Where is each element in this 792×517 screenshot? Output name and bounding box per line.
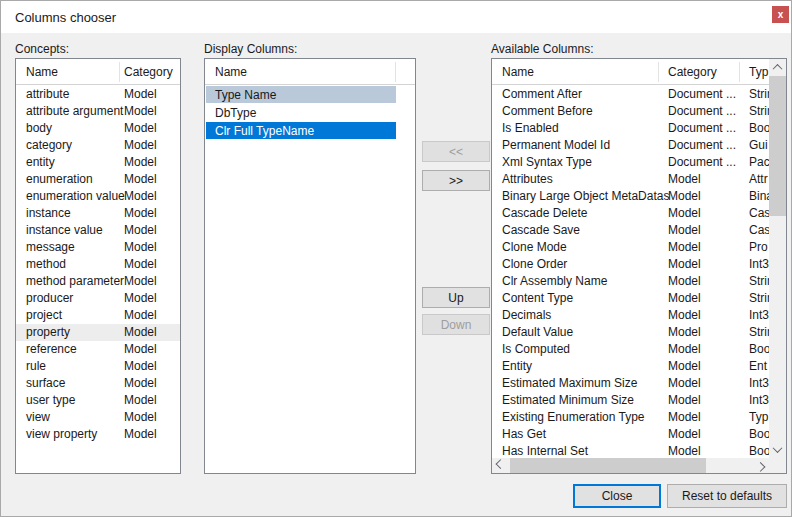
list-item[interactable]: Clone ModeModelPro — [492, 239, 769, 256]
list-item[interactable]: Clr Full TypeName — [205, 122, 415, 140]
concepts-header-category[interactable]: Category — [124, 65, 173, 79]
list-item[interactable]: ruleModel — [16, 358, 180, 375]
available-header-name[interactable]: Name — [502, 65, 534, 79]
list-item[interactable]: Is ComputedModelBoo — [492, 341, 769, 358]
list-item[interactable]: Permanent Model IdDocument ...Gui — [492, 137, 769, 154]
vertical-scrollbar[interactable] — [769, 59, 786, 458]
list-item[interactable]: instanceModel — [16, 205, 180, 222]
horizontal-scrollbar-thumb[interactable] — [510, 458, 706, 473]
move-up-button[interactable]: Up — [422, 287, 490, 308]
list-item[interactable]: projectModel — [16, 307, 180, 324]
close-window-button[interactable]: x — [772, 6, 789, 23]
concepts-rows: attributeModelattribute argumentModelbod… — [16, 86, 180, 473]
concept-name: attribute — [26, 86, 69, 103]
list-item[interactable]: instance valueModel — [16, 222, 180, 239]
available-column-category: Model — [668, 222, 701, 239]
available-column-name: Comment Before — [502, 103, 593, 120]
available-column-name: Clone Mode — [502, 239, 567, 256]
display-header-name[interactable]: Name — [215, 65, 247, 79]
scroll-left-button[interactable] — [492, 458, 509, 473]
list-item[interactable]: user typeModel — [16, 392, 180, 409]
list-item[interactable]: method parameterModel — [16, 273, 180, 290]
list-item[interactable]: Cascade SaveModelCas — [492, 222, 769, 239]
close-icon: x — [778, 9, 784, 20]
available-column-type: Boo — [749, 426, 769, 443]
available-column-category: Model — [668, 443, 701, 458]
concept-name: rule — [26, 358, 46, 375]
list-item[interactable]: Type Name — [205, 86, 415, 104]
list-item[interactable]: Comment AfterDocument ...Strin — [492, 86, 769, 103]
concepts-list[interactable]: Name Category attributeModelattribute ar… — [15, 58, 181, 474]
available-column-name: Attributes — [502, 171, 553, 188]
scroll-right-button[interactable] — [752, 458, 769, 473]
concept-name: category — [26, 137, 72, 154]
list-item[interactable]: bodyModel — [16, 120, 180, 137]
vertical-scrollbar-thumb[interactable] — [769, 76, 786, 216]
concept-name: property — [26, 324, 70, 341]
move-down-button[interactable]: Down — [422, 314, 490, 335]
list-item[interactable]: Clone OrderModelInt3 — [492, 256, 769, 273]
list-item[interactable]: entityModel — [16, 154, 180, 171]
concept-name: enumeration value — [26, 188, 125, 205]
list-item[interactable]: methodModel — [16, 256, 180, 273]
scroll-up-button[interactable] — [769, 59, 786, 76]
columns-chooser-dialog: Columns chooser x Concepts: Display Colu… — [0, 0, 792, 517]
horizontal-scrollbar[interactable] — [492, 458, 769, 473]
list-item[interactable]: Has GetModelBoo — [492, 426, 769, 443]
move-right-button[interactable]: >> — [422, 170, 490, 191]
column-separator — [119, 62, 120, 82]
list-item[interactable]: Clr Assembly NameModelStrin — [492, 273, 769, 290]
close-button[interactable]: Close — [573, 484, 661, 508]
list-item[interactable]: referenceModel — [16, 341, 180, 358]
available-column-type: Typ — [749, 409, 768, 426]
list-item[interactable]: DbType — [205, 104, 415, 122]
display-list-header: Name — [205, 59, 415, 85]
list-item[interactable]: Estimated Minimum SizeModelInt3 — [492, 392, 769, 409]
available-column-type: Strin — [749, 324, 769, 341]
list-item[interactable]: enumerationModel — [16, 171, 180, 188]
available-column-type: Int3 — [749, 375, 769, 392]
list-item[interactable]: Has Internal SetModelBoo — [492, 443, 769, 458]
concept-category: Model — [124, 188, 157, 205]
list-item[interactable]: producerModel — [16, 290, 180, 307]
list-item[interactable]: Xml Syntax TypeDocument ...Pac — [492, 154, 769, 171]
reset-to-defaults-button[interactable]: Reset to defaults — [667, 484, 787, 508]
list-item[interactable]: Binary Large Object MetaDatasModelBina — [492, 188, 769, 205]
concept-name: project — [26, 307, 62, 324]
available-column-name: Content Type — [502, 290, 573, 307]
list-item[interactable]: attribute argumentModel — [16, 103, 180, 120]
list-item[interactable]: view propertyModel — [16, 426, 180, 443]
list-item[interactable]: enumeration valueModel — [16, 188, 180, 205]
available-column-type: Gui — [749, 137, 768, 154]
list-item[interactable]: EntityModelEnt — [492, 358, 769, 375]
list-item[interactable]: attributeModel — [16, 86, 180, 103]
list-item[interactable]: categoryModel — [16, 137, 180, 154]
list-item[interactable]: Default ValueModelStrin — [492, 324, 769, 341]
list-item[interactable]: DecimalsModelInt3 — [492, 307, 769, 324]
available-header-type[interactable]: Typ — [749, 65, 768, 79]
list-item[interactable]: viewModel — [16, 409, 180, 426]
available-columns-list[interactable]: Name Category Typ Comment AfterDocument … — [491, 58, 787, 474]
list-item[interactable]: Is EnabledDocument ...Boo — [492, 120, 769, 137]
concept-name: reference — [26, 341, 77, 358]
list-item[interactable]: Comment BeforeDocument ...Strin — [492, 103, 769, 120]
chevron-down-icon — [773, 443, 783, 453]
list-item[interactable]: Estimated Maximum SizeModelInt3 — [492, 375, 769, 392]
list-item[interactable]: surfaceModel — [16, 375, 180, 392]
list-item[interactable]: messageModel — [16, 239, 180, 256]
scroll-down-button[interactable] — [769, 441, 786, 458]
list-item[interactable]: Existing Enumeration TypeModelTyp — [492, 409, 769, 426]
list-item[interactable]: AttributesModelAttr — [492, 171, 769, 188]
available-column-category: Model — [668, 290, 701, 307]
move-left-button[interactable]: << — [422, 141, 490, 162]
list-item[interactable]: Content TypeModelStrin — [492, 290, 769, 307]
list-item[interactable]: propertyModel — [16, 324, 180, 341]
available-column-type: Cas — [749, 205, 769, 222]
available-column-category: Document ... — [668, 86, 736, 103]
available-header-category[interactable]: Category — [668, 65, 717, 79]
concept-category: Model — [124, 273, 157, 290]
concepts-header-name[interactable]: Name — [26, 65, 58, 79]
available-column-name: Cascade Save — [502, 222, 580, 239]
list-item[interactable]: Cascade DeleteModelCas — [492, 205, 769, 222]
display-columns-list[interactable]: Name Type NameDbTypeClr Full TypeName — [204, 58, 416, 474]
